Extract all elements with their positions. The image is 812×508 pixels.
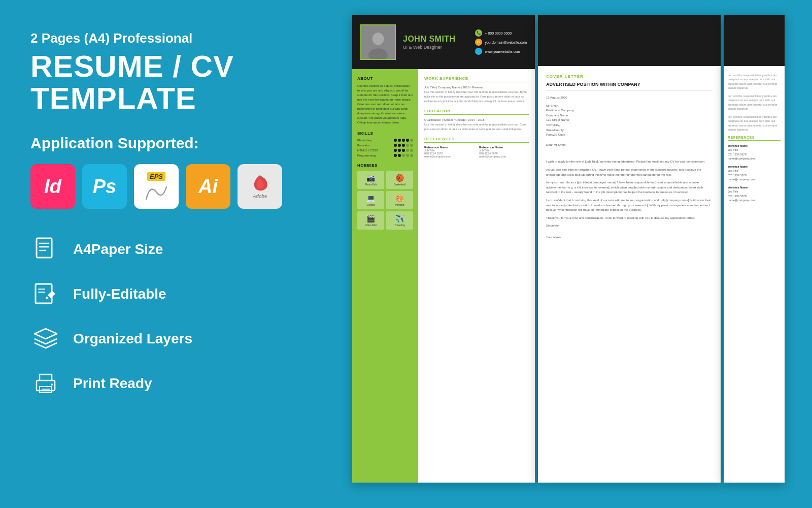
- edit-icon: [30, 279, 61, 309]
- traveling-icon: ✈️: [395, 214, 404, 223]
- ref2: Reference Name Job Title 028 1234 5678 n…: [479, 146, 529, 158]
- cv-phone: 📞 + 000 0000 0000: [475, 29, 512, 37]
- cv3-desc1: tion and the responsibilities you ttes p…: [728, 73, 781, 90]
- hobby-video: 🎬 Video Edit: [357, 211, 384, 230]
- cv3-ref2-email: name@company.com: [728, 177, 781, 181]
- skills-section-title: SKILLS: [357, 131, 413, 136]
- ref1: Reference Name Job Title 028 1234 5678 n…: [424, 146, 474, 158]
- cv-job-title: UI & Web Desginer: [403, 45, 468, 50]
- cover-letter-position: ADVERTISED POSITION WITHIN COMPANY: [546, 82, 713, 90]
- cv-contact-block: 📞 + 000 0000 0000 ✉ yourdomain@website.c…: [475, 29, 527, 55]
- svg-point-15: [373, 33, 384, 45]
- cv3-ref1-title: Job Title: [728, 148, 781, 152]
- references-block: Reference Name Job Title 028 1234 5678 n…: [424, 146, 529, 158]
- skill-illustrator-name: Illustrator: [357, 144, 370, 147]
- app-icons-row: Id Ps EPS Ai Adobe: [30, 164, 294, 209]
- cv3-ref1-name: eference Name: [728, 144, 781, 148]
- photo-icon: 📷: [366, 174, 375, 182]
- phone-dot: 📞: [475, 29, 482, 37]
- cv-page-2: COVER LETTER ADVERTISED POSITION WITHIN …: [538, 15, 721, 483]
- cv-main-content: WORK EXPERIENCE Job Title | Company Name…: [418, 69, 535, 483]
- illustrator-icon: Ai: [186, 164, 230, 209]
- skill-photoshop: Photoshop: [357, 139, 413, 142]
- feature-paper-size-label: A4Paper Size: [73, 241, 163, 258]
- skill-photoshop-dots: [394, 139, 413, 142]
- feature-layers: Organized Layers: [30, 324, 294, 354]
- email-dot: ✉: [475, 39, 482, 46]
- dot3: [402, 144, 405, 147]
- skill-illustrator: Illustrator: [357, 144, 413, 147]
- subtitle: 2 Pages (A4) Professional: [30, 30, 294, 46]
- cover-letter-salutation: Dear Mr Smith,: [546, 143, 713, 148]
- dot3: [402, 149, 405, 152]
- cv-email-text: yourdomain@website.com: [485, 41, 527, 44]
- dot5: [410, 144, 413, 147]
- cv3-references-title: REFERENCES: [728, 136, 781, 141]
- cv3-header: [724, 15, 785, 66]
- web-dot: 🌐: [475, 48, 482, 55]
- hobby-photo-label: Photo Edit: [365, 183, 377, 186]
- cv3-ref3-email: name@company.com: [728, 198, 781, 202]
- pdf-adobe-label: Adobe: [253, 194, 267, 199]
- feature-print: Print Ready: [30, 368, 294, 399]
- app-supported-label: Application Supported:: [30, 135, 294, 152]
- coding-icon: 💻: [366, 194, 375, 202]
- cv-page-1: JOHN SMITH UI & Web Desginer 📞 + 000 000…: [352, 15, 535, 483]
- cv-preview-area: JOHN SMITH UI & Web Desginer 📞 + 000 000…: [325, 0, 812, 508]
- references-title: REFERENCES: [424, 137, 529, 143]
- hobby-basketball: 🏀 Basketball: [386, 171, 413, 189]
- cv3-ref3: eference Name Job Title 028 1234 5678 na…: [728, 185, 781, 202]
- cv-body: ABOUT Use this section as a quick introd…: [352, 69, 535, 483]
- avatar-svg: [361, 24, 395, 60]
- svg-rect-10: [40, 387, 52, 393]
- print-icon: [30, 368, 61, 399]
- cv3-ref3-name: eference Name: [728, 185, 781, 189]
- cv-sidebar: ABOUT Use this section as a quick introd…: [352, 69, 418, 483]
- svg-point-11: [51, 384, 53, 386]
- dot4: [406, 154, 409, 157]
- cv3-desc2: tion and the responsibilities you ttes p…: [728, 94, 781, 111]
- cover-letter-label: COVER LETTER: [546, 74, 713, 79]
- skill-html: HTML5 / CSS3: [357, 149, 413, 152]
- dot5: [410, 154, 413, 157]
- photoshop-icon: Ps: [82, 164, 127, 209]
- cv3-ref1-email: name@company.com: [728, 156, 781, 161]
- experience-title: WORK EXPERIENCE: [424, 76, 529, 82]
- dot1: [394, 154, 397, 157]
- cv-avatar: [360, 24, 396, 60]
- cv-web-text: www.yourwebsite.com: [485, 50, 520, 53]
- dot5: [410, 139, 413, 142]
- dot4: [406, 139, 409, 142]
- eps-icon: EPS: [134, 164, 179, 209]
- cv3-body: tion and the responsibilities you ttes p…: [724, 66, 785, 213]
- cv3-desc3: tion and the responsibilities you ttes p…: [728, 115, 781, 132]
- dot1: [394, 149, 397, 152]
- left-panel: 2 Pages (A4) Professional RESUME / CV TE…: [0, 0, 325, 508]
- indesign-icon: Id: [30, 164, 75, 209]
- feature-paper-size: A4Paper Size: [30, 234, 294, 265]
- about-section-title: ABOUT: [357, 76, 413, 81]
- dot2: [398, 154, 401, 157]
- hobby-painting: 🎨 Painting: [386, 191, 413, 209]
- skill-html-dots: [394, 149, 413, 152]
- cv2-header: [538, 15, 721, 66]
- cover-letter-date: 15 August 2020: [546, 96, 713, 101]
- hobbies-grid: 📷 Photo Edit 🏀 Basketball 💻 Coding 🎨 Pai…: [357, 171, 413, 230]
- ref2-email: name@company.com: [479, 155, 529, 158]
- cover-letter-sincerely: Sincerely,: [546, 224, 713, 229]
- feature-editable: Fully-Editable: [30, 279, 294, 309]
- dot2: [398, 149, 401, 152]
- cv-web: 🌐 www.yourwebsite.com: [475, 48, 520, 55]
- eps-label: EPS: [147, 172, 165, 181]
- cv2-body: COVER LETTER ADVERTISED POSITION WITHIN …: [538, 66, 721, 483]
- dot2: [398, 139, 401, 142]
- cover-letter-para4: I am confident that I can bring this lev…: [546, 198, 713, 213]
- features-list: A4Paper Size Fully-Editable: [30, 234, 294, 399]
- ref1-email: name@company.com: [424, 155, 474, 158]
- pdf-acrobat-svg: [251, 174, 269, 193]
- hobby-photo: 📷 Photo Edit: [357, 171, 384, 189]
- hobbies-section-title: HOBBIES: [357, 163, 413, 168]
- skill-programming-name: Programming: [357, 154, 376, 157]
- hobby-painting-label: Painting: [395, 203, 404, 206]
- hobby-coding-label: Coding: [367, 203, 375, 206]
